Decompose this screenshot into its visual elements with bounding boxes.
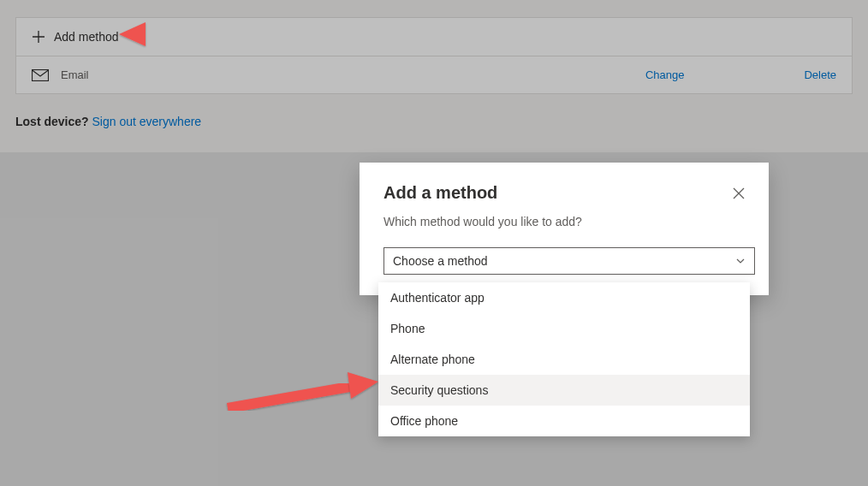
method-select[interactable]: Choose a method [383,247,755,275]
close-icon[interactable] [733,187,745,199]
method-dropdown: Authenticator app Phone Alternate phone … [378,282,750,436]
select-placeholder: Choose a method [393,254,488,268]
chevron-down-icon [735,256,746,266]
dropdown-option-office-phone[interactable]: Office phone [378,406,750,436]
dropdown-option-alternate-phone[interactable]: Alternate phone [378,344,750,375]
dropdown-option-phone[interactable]: Phone [378,313,750,344]
add-method-dialog: Add a method Which method would you like… [360,163,769,295]
dialog-subtitle: Which method would you like to add? [383,215,745,228]
dialog-title: Add a method [383,183,497,203]
dropdown-option-authenticator[interactable]: Authenticator app [378,282,750,313]
dropdown-option-security-questions[interactable]: Security questions [378,375,750,406]
